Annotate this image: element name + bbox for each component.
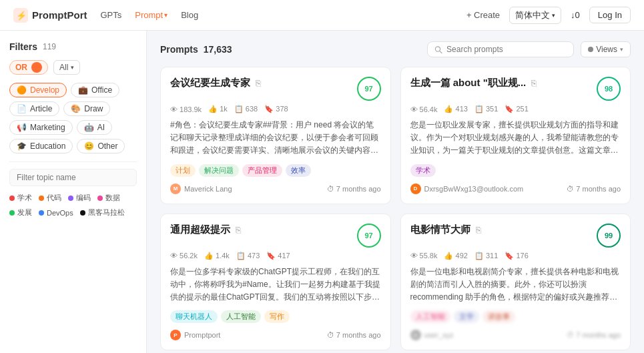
dot-devops [39,210,44,216]
card-2-title: 生成一篇 about "职业规... [410,77,527,89]
tag-draw-emoji: 🎨 [71,104,81,113]
login-button[interactable]: Log In [589,7,631,23]
topic-fazhan-label: 发展 [17,208,32,218]
tag-article[interactable]: 📄 Article [9,101,59,116]
card-4[interactable]: 电影情节大师 ⎘ 99 👁 55.8k 👍 492 📋 311 🔖 176 你是… [400,214,631,351]
card-2-header: 生成一篇 about "职业规... ⎘ 98 [410,77,621,101]
card-2-copy-icon: ⎘ [531,78,537,88]
logo-text: PromptPort [32,9,87,21]
card-2-time: ⏱ 7 months ago [567,185,621,193]
lang-chevron: ▾ [552,12,555,19]
logo-icon: ⚡ [13,8,28,23]
card-3-tag-0[interactable]: 聊天机器人 [170,310,218,323]
dot-xueshu [9,196,15,201]
tag-education[interactable]: 🎓 Education [9,139,73,153]
card-2-desc: 您是一位职业发展专家，擅长提供职业规划方面的指导和建议。作为一个对职业规划感兴趣… [410,119,621,157]
card-3-author: P Promptport [170,330,220,340]
card-4-likes: 👍 492 [444,252,467,260]
content-header: Prompts 17,633 Views ▾ [160,41,631,57]
card-3-tag-1[interactable]: 人工智能 [221,310,261,323]
tag-ai-emoji: 🤖 [84,123,94,132]
card-4-tag-2[interactable]: 讲故事 [482,310,515,323]
card-3[interactable]: 通用超级提示 ⎘ 97 👁 56.2k 👍 1.4k 📋 473 🔖 417 你… [160,214,391,351]
card-3-footer: P Promptport ⏱ 7 months ago [170,330,381,340]
filters-title: Filters [9,41,37,52]
tag-article-label: Article [30,104,52,113]
tag-office[interactable]: 💼 Office [71,83,119,97]
card-2-tag-0[interactable]: 学术 [410,164,436,177]
nav-prompt[interactable]: Prompt ▾ [135,10,168,20]
topic-heike-label: 黑客马拉松 [88,208,125,218]
tag-ai[interactable]: 🤖 AI [77,120,112,135]
tag-other[interactable]: 😊 Other [77,139,125,153]
all-chevron: ▾ [71,64,74,71]
card-4-tag-1[interactable]: 文学 [454,310,479,323]
or-toggle[interactable]: OR [9,60,48,75]
card-3-tag-2[interactable]: 写作 [264,310,290,323]
all-select[interactable]: All ▾ [53,60,80,75]
card-3-title: 通用超级提示 [170,224,230,236]
card-1-copy-icon: ⎘ [256,78,261,88]
card-4-author-name: user_xyz [424,331,454,339]
card-2-likes: 👍 413 [444,105,467,113]
card-4-tag-0[interactable]: 人工智能 [410,310,450,323]
card-4-time: ⏱ 7 months ago [567,331,621,339]
card-3-likes: 👍 1.4k [204,252,230,260]
main-layout: Filters 119 OR All ▾ 🟠 Develop 💼 Office [0,31,644,353]
dot-bianma [68,196,73,201]
tag-office-label: Office [91,85,112,95]
topic-xueshu[interactable]: 学术 [9,193,32,203]
notification-button[interactable]: ↓0 [571,10,580,20]
search-icon [434,45,442,54]
tag-draw[interactable]: 🎨 Draw [63,101,110,116]
card-2[interactable]: 生成一篇 about "职业规... ⎘ 98 👁 56.4k 👍 413 📋 … [400,67,631,204]
nav-blog[interactable]: Blog [181,10,198,20]
search-input[interactable] [446,45,567,54]
language-button[interactable]: 简体中文 ▾ [509,7,561,24]
card-4-tags: 人工智能 文学 讲故事 [410,310,621,323]
tag-develop-label: Develop [30,85,59,95]
topic-heike[interactable]: 黑客马拉松 [80,208,125,218]
nav-prompt-chevron: ▾ [164,11,168,19]
prompts-title: Prompts [160,44,198,55]
tag-education-emoji: 🎓 [17,141,27,151]
topic-daima[interactable]: 代码 [39,193,61,203]
card-3-tags: 聊天机器人 人工智能 写作 [170,310,381,323]
topic-fazhan[interactable]: 发展 [9,208,32,218]
card-1-tag-2[interactable]: 产品管理 [242,164,282,177]
tag-draw-label: Draw [84,104,103,113]
card-1-tag-0[interactable]: 计划 [170,164,196,177]
card-4-score: 99 [597,224,621,248]
card-1-tag-3[interactable]: 效率 [286,164,311,177]
card-1[interactable]: 会议纪要生成专家 ⎘ 97 👁 183.9k 👍 1k 📋 638 🔖 378 … [160,67,391,204]
nav-gpts[interactable]: GPTs [101,10,122,20]
tag-marketing-label: Marketing [30,123,65,132]
card-1-tag-1[interactable]: 解决问题 [199,164,239,177]
tag-develop[interactable]: 🟠 Develop [9,83,67,97]
card-4-bookmarks: 🔖 176 [505,252,528,260]
filter-topic-search[interactable] [9,169,137,186]
topic-bianma[interactable]: 编码 [68,193,91,203]
create-button[interactable]: + Create [466,10,500,20]
clock-icon-4: ⏱ [567,331,574,339]
card-1-time: ⏱ 7 months ago [327,185,381,193]
clock-icon-3: ⏱ [327,331,334,339]
topic-bianma-label: 编码 [76,193,91,203]
tag-marketing[interactable]: 📢 Marketing [9,120,73,135]
tag-article-emoji: 📄 [17,104,27,113]
card-1-likes: 👍 1k [208,105,228,113]
card-2-title-row: 生成一篇 about "职业规... ⎘ [410,77,537,89]
card-1-title-row: 会议纪要生成专家 ⎘ [170,77,261,89]
topic-devops-label: DevOps [47,209,73,217]
dot-fazhan [9,210,15,216]
card-1-author-name: Maverick Lang [184,185,232,193]
search-bar [427,41,574,57]
card-2-score: 98 [597,77,621,101]
topic-shuju[interactable]: 数据 [97,193,120,203]
views-button[interactable]: Views ▾ [581,41,631,57]
or-label: OR [15,63,27,72]
card-1-views: 👁 183.9k [170,105,202,113]
topic-devops[interactable]: DevOps [39,208,73,218]
logo[interactable]: ⚡ PromptPort [13,8,87,23]
prompts-title-row: Prompts 17,633 [160,44,232,55]
